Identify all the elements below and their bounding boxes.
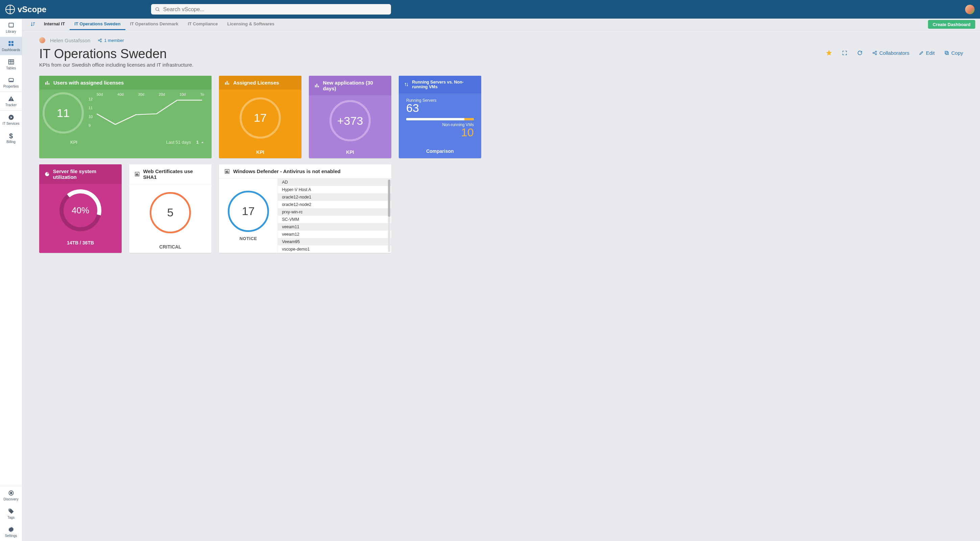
sort-icon[interactable] [27, 19, 39, 30]
collaborators-button[interactable]: Collaborators [872, 50, 909, 56]
svg-rect-43 [318, 86, 319, 88]
sidebar-item-tracker[interactable]: Tracker [0, 92, 22, 110]
svg-point-28 [873, 52, 874, 53]
card-title: Windows Defender - Antivirus is not enab… [233, 168, 340, 174]
card-footer: KPI [309, 146, 391, 158]
svg-point-29 [875, 51, 877, 52]
star-icon[interactable] [826, 49, 832, 56]
kpi-value: 11 [43, 92, 84, 134]
refresh-icon[interactable] [857, 50, 863, 56]
sidebar-label: Dashboards [2, 48, 20, 52]
card-title: New applications (30 days) [323, 80, 386, 91]
pie-icon [45, 171, 50, 177]
caret-up-icon [201, 140, 204, 144]
sidebar-item-tags[interactable]: Tags [0, 504, 22, 523]
svg-rect-50 [227, 171, 227, 172]
list-item[interactable]: veeam11 [278, 223, 391, 231]
scrollbar-thumb[interactable] [388, 180, 390, 217]
members-link[interactable]: 1 member [98, 38, 124, 43]
svg-line-26 [99, 39, 101, 40]
card-title: Web Certificates use SHA1 [143, 168, 206, 180]
bars-icon [314, 83, 320, 88]
list-item[interactable]: prxy-win-rc [278, 208, 391, 216]
list-item[interactable]: vscope-demo1 [278, 246, 391, 253]
create-dashboard-button[interactable]: Create Dashboard [928, 20, 975, 29]
sidebar-item-it-services[interactable]: IT Services [0, 110, 22, 129]
svg-line-31 [874, 52, 875, 53]
tab-internal-it[interactable]: Internal IT [39, 19, 70, 30]
list-item[interactable]: SC-VMM [278, 216, 391, 223]
svg-rect-42 [316, 84, 317, 87]
card-running-vs[interactable]: Running Servers vs. Non-running VMs Runn… [399, 76, 481, 158]
sidebar-label: Billing [6, 140, 16, 144]
svg-rect-34 [945, 51, 948, 54]
tabs-bar: Internal IT IT Operations Sweden IT Oper… [22, 19, 980, 30]
card-users-licenses[interactable]: Users with assigned licenses 11 50d 40d … [39, 76, 212, 158]
nonrunning-label: Non-running VMs [406, 123, 474, 127]
brand-name: vScope [18, 5, 46, 14]
card-new-apps[interactable]: New applications (30 days) +373 KPI [309, 76, 391, 158]
card-footer: KPI [70, 140, 77, 145]
svg-rect-40 [228, 83, 229, 85]
tab-licensing-softwares[interactable]: Licensing & Softwares [223, 19, 279, 30]
svg-rect-51 [228, 172, 228, 172]
svg-rect-41 [315, 85, 316, 87]
list-item[interactable]: AD [278, 179, 391, 186]
sidebar-item-settings[interactable]: Settings [0, 523, 22, 541]
sidebar-item-dashboards[interactable]: Dashboards [0, 37, 22, 55]
running-value: 63 [406, 101, 474, 115]
owner-name[interactable]: Helen Gustafsson [50, 38, 90, 43]
sidebar-item-tables[interactable]: Tables [0, 55, 22, 73]
dollar-icon: $ [8, 132, 14, 139]
svg-rect-47 [138, 174, 138, 175]
defender-list[interactable]: ADHyper-V Host Aoracle12-node1oracle12-n… [278, 179, 391, 253]
copy-icon [944, 50, 949, 56]
list-item[interactable]: Hyper-V Host A [278, 186, 391, 193]
svg-rect-2 [9, 23, 13, 27]
svg-point-23 [98, 40, 99, 41]
card-footer: KPI [219, 146, 301, 158]
tab-it-operations-sweden[interactable]: IT Operations Sweden [70, 19, 126, 30]
chart-icon [224, 169, 230, 174]
sidebar-item-billing[interactable]: $ Billing [0, 129, 22, 147]
svg-point-25 [100, 41, 101, 42]
bars-icon [45, 80, 50, 86]
svg-rect-6 [8, 44, 11, 46]
copy-button[interactable]: Copy [944, 50, 963, 56]
list-item[interactable]: veeam12 [278, 231, 391, 238]
tags-icon [8, 508, 14, 515]
svg-rect-5 [11, 41, 13, 43]
search-box[interactable] [151, 4, 391, 14]
svg-point-14 [11, 81, 11, 82]
svg-line-32 [874, 53, 875, 54]
brand-logo[interactable]: vScope [5, 5, 46, 14]
card-title: Users with assigned licenses [53, 80, 124, 86]
compare-icon [404, 82, 409, 87]
util-value: 40% [72, 205, 89, 216]
owner-avatar [39, 37, 45, 43]
sidebar-item-library[interactable]: Library [0, 19, 22, 37]
nonrunning-value: 10 [406, 126, 474, 139]
card-assigned-licenses[interactable]: Assigned Licenses 17 KPI [219, 76, 301, 158]
card-defender[interactable]: Windows Defender - Antivirus is not enab… [219, 164, 391, 253]
list-item[interactable]: oracle12-node1 [278, 193, 391, 201]
page-title: IT Operations Sweden [39, 47, 193, 61]
card-footer: 14TB / 36TB [39, 237, 122, 249]
card-fs-utilization[interactable]: Server file system utilization 40% 14TB … [39, 164, 122, 253]
running-label: Running Servers [406, 98, 474, 103]
sidebar-item-discovery[interactable]: Discovery [0, 486, 22, 504]
svg-point-24 [100, 38, 101, 40]
search-input[interactable] [163, 6, 387, 13]
tab-it-operations-denmark[interactable]: IT Operations Denmark [126, 19, 183, 30]
play-circle-icon [8, 114, 14, 121]
kpi-value: +373 [329, 100, 371, 141]
list-item[interactable]: Veeam95 [278, 238, 391, 246]
user-avatar[interactable] [965, 5, 975, 14]
list-item[interactable]: oracle12-node2 [278, 201, 391, 208]
sidebar-item-properties[interactable]: Properties [0, 73, 22, 92]
card-sha1[interactable]: Web Certificates use SHA1 5 CRITICAL [129, 164, 212, 253]
tab-it-compliance[interactable]: IT Compliance [183, 19, 223, 30]
edit-button[interactable]: Edit [919, 50, 935, 56]
defender-value: 17 [228, 191, 269, 232]
fullscreen-icon[interactable] [842, 50, 848, 56]
